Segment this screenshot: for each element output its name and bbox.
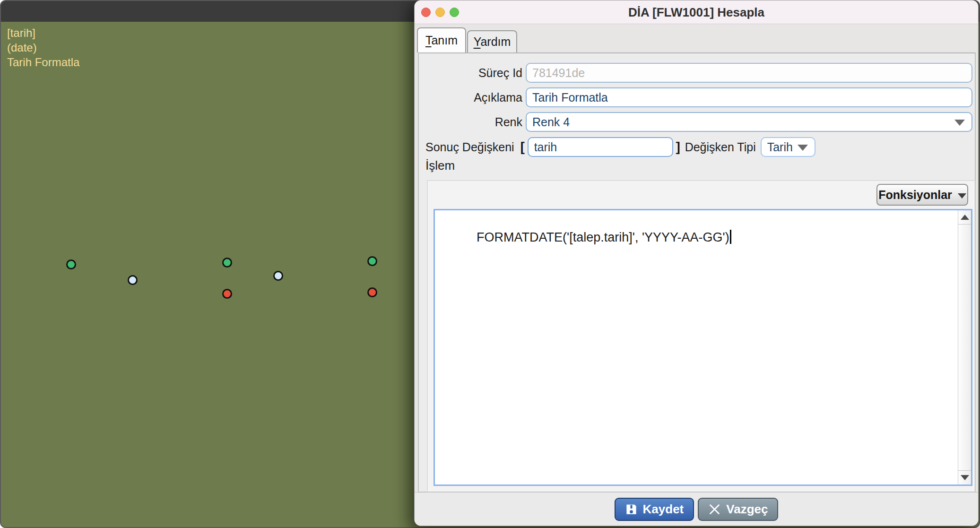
renk-label: Renk	[425, 115, 526, 129]
dialog-title: DİA [FLW1001] Hesapla	[415, 0, 978, 24]
close-x-icon	[708, 503, 721, 516]
open-bracket: [	[518, 140, 528, 155]
chevron-down-icon	[958, 193, 966, 199]
islem-groupbox: Fonksiyonlar FORMATDATE('[talep.tarih]',…	[427, 180, 975, 492]
node-description: Tarih Formatla	[7, 55, 104, 69]
port-input-sorgu[interactable]	[128, 275, 138, 285]
surec-id-input[interactable]	[526, 63, 972, 83]
text-cursor	[730, 230, 731, 244]
chevron-down-icon	[954, 120, 965, 126]
degisken-tipi-label: Değişken Tipi	[683, 140, 761, 154]
port-output-hesapla[interactable]	[367, 256, 377, 266]
node-hesapla-selected[interactable]: Hesapla [tarih] (date) Tarih Formatla	[0, 0, 104, 103]
save-button[interactable]: Kaydet	[615, 498, 694, 521]
aciklama-label: Açıklama	[425, 91, 526, 104]
node-output-var: [tarih]	[7, 26, 104, 40]
port-output-basla[interactable]	[66, 260, 76, 269]
tab-tanim[interactable]: Tanım	[417, 27, 466, 52]
scroll-down-button[interactable]	[958, 470, 971, 485]
tab-yardim[interactable]: Yardım	[467, 30, 517, 52]
port-input-hesapla[interactable]	[273, 271, 283, 281]
surec-id-label: Süreç Id	[425, 66, 526, 80]
dialog-titlebar[interactable]: DİA [FLW1001] Hesapla	[415, 0, 978, 24]
islem-label: İşlem	[425, 158, 455, 173]
tab-panel-tanim: Süreç Id Açıklama Renk Renk 4 Sonuç Deği…	[418, 52, 976, 493]
port-error-sorgu[interactable]	[222, 289, 232, 299]
port-output-sorgu[interactable]	[222, 258, 232, 268]
arrow-up-icon	[961, 215, 969, 220]
close-bracket: ]	[673, 140, 683, 155]
renk-select[interactable]: Renk 4	[526, 112, 972, 132]
fonksiyonlar-dropdown-button[interactable]: Fonksiyonlar	[876, 184, 968, 206]
dialog-hesapla: DİA [FLW1001] Hesapla Tanım Yardım Süreç…	[414, 0, 979, 526]
arrow-down-icon	[961, 475, 969, 480]
sonuc-degiskeni-input[interactable]	[528, 137, 673, 157]
node-output-type: (date)	[7, 40, 104, 55]
port-error-hesapla[interactable]	[367, 287, 377, 297]
scroll-up-button[interactable]	[958, 210, 971, 225]
dialog-footer: Kaydet Vazgeç	[415, 492, 978, 526]
degisken-tipi-select[interactable]: Tarih	[761, 137, 815, 157]
save-icon	[625, 503, 638, 516]
sonuc-degiskeni-label: Sonuç Değişkeni	[425, 140, 518, 154]
chevron-down-icon	[798, 145, 808, 151]
expression-text: FORMATDATE('[talep.tarih]', 'YYYY-AA-GG'…	[477, 230, 729, 244]
cancel-button[interactable]: Vazgeç	[698, 498, 778, 521]
node-title: Hesapla	[1, 1, 104, 22]
expression-editor[interactable]: FORMATDATE('[talep.tarih]', 'YYYY-AA-GG'…	[434, 209, 972, 486]
aciklama-input[interactable]	[526, 87, 972, 107]
vertical-scrollbar[interactable]	[958, 210, 971, 485]
